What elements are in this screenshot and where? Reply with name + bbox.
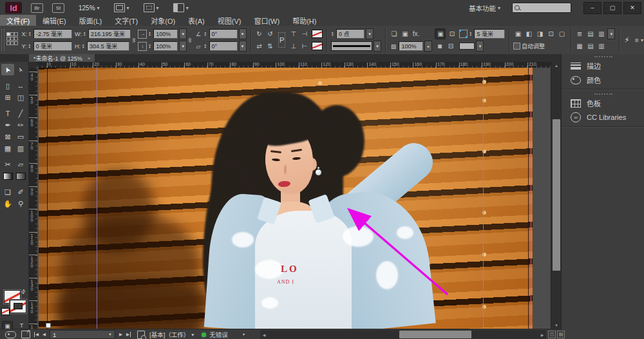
quick-apply-button[interactable]: ⚡ bbox=[622, 35, 632, 45]
align-bottom-button[interactable]: ⊥ bbox=[289, 41, 298, 51]
vertical-scroll-thumb[interactable] bbox=[553, 119, 560, 271]
gap-tool[interactable]: ↔ bbox=[14, 80, 27, 92]
x-input[interactable]: -2.75 毫米 bbox=[33, 29, 72, 39]
scissors-tool[interactable]: ✂ bbox=[1, 159, 14, 170]
doc-status-icon[interactable] bbox=[5, 331, 16, 338]
menu-type[interactable]: 文字(T) bbox=[108, 15, 144, 26]
panel-color[interactable]: 颜色 bbox=[562, 73, 644, 87]
pencil-tool[interactable]: ✏ bbox=[14, 119, 27, 131]
margin-guide-left[interactable] bbox=[97, 68, 97, 329]
minimize-button[interactable]: – bbox=[583, 2, 601, 14]
resize-grip-icon[interactable]: ▨ bbox=[557, 331, 565, 338]
rotation-input[interactable]: 0° bbox=[209, 29, 238, 39]
pasteboard[interactable]: LO AND I bbox=[37, 68, 551, 329]
menu-object[interactable]: 对象(O) bbox=[144, 15, 182, 26]
zoom-level-dropdown[interactable]: 125% bbox=[79, 5, 100, 12]
vertical-ruler[interactable]: 405060708090100110120130140150 bbox=[28, 68, 38, 329]
first-page-button[interactable]: ◀ bbox=[34, 332, 39, 337]
hand-tool[interactable]: ✋ bbox=[1, 198, 14, 209]
x-stepper[interactable] bbox=[28, 32, 32, 37]
scale-y-dropdown[interactable]: ▼ bbox=[179, 41, 187, 52]
rectangle-tool[interactable]: ▭ bbox=[14, 131, 27, 142]
fit-content-proportionally-button[interactable]: ◧ bbox=[524, 29, 534, 39]
wrap-shape-button[interactable]: ⊡ bbox=[447, 29, 457, 39]
line-tool[interactable]: ╱ bbox=[14, 108, 27, 119]
mask-button[interactable]: ◙ bbox=[435, 41, 444, 51]
auto-fit-checkbox[interactable] bbox=[513, 43, 520, 50]
search-box[interactable] bbox=[512, 3, 571, 13]
content-placer-tool[interactable]: ◫ bbox=[14, 92, 27, 103]
default-fill-stroke-icon[interactable] bbox=[1, 308, 10, 315]
gradient-swatch-tool[interactable] bbox=[1, 170, 14, 182]
menu-layout[interactable]: 版面(L) bbox=[73, 15, 108, 26]
document-tab[interactable]: *未命名-1 @ 125% × bbox=[29, 54, 95, 62]
shear-input[interactable]: 0° bbox=[209, 41, 238, 51]
vertical-grid-tool[interactable]: ▥ bbox=[14, 142, 27, 154]
share-icon[interactable] bbox=[21, 331, 30, 338]
scale-x-stepper[interactable] bbox=[148, 32, 152, 37]
dock-group-grip[interactable] bbox=[562, 54, 644, 59]
menu-edit[interactable]: 编辑(E) bbox=[36, 15, 73, 26]
page-tool[interactable]: ▯ bbox=[1, 80, 14, 92]
last-page-button[interactable]: ▶ bbox=[126, 332, 131, 337]
screen-mode-dropdown[interactable] bbox=[144, 3, 159, 12]
scroll-right-icon[interactable]: ▶ bbox=[538, 333, 546, 337]
frame-button[interactable]: ⊟ bbox=[446, 41, 455, 51]
eyedropper-tool[interactable]: ✐ bbox=[14, 186, 27, 198]
menu-window[interactable]: 窗口(W) bbox=[247, 15, 286, 26]
select-container-button[interactable]: P bbox=[278, 32, 285, 48]
rectangle-frame-tool[interactable]: ⊠ bbox=[1, 131, 14, 142]
panel-swatches[interactable]: 色板 bbox=[562, 96, 644, 110]
stroke-weight-stepper[interactable] bbox=[331, 32, 335, 37]
fit-frame-to-content-button[interactable]: ⊡ bbox=[546, 29, 556, 39]
opacity-input[interactable]: 100% bbox=[399, 41, 423, 51]
previous-page-button[interactable]: ◀ bbox=[43, 332, 46, 337]
flip-vertical-button[interactable]: ⇅ bbox=[265, 41, 275, 51]
gradient-feather-tool[interactable] bbox=[14, 170, 27, 182]
stroke-swatch[interactable] bbox=[10, 300, 26, 313]
view-options-dropdown[interactable] bbox=[114, 3, 129, 12]
constrain-dimensions-icon[interactable]: ∞ bbox=[131, 37, 138, 42]
preflight-menu-caret-icon[interactable]: ▼ bbox=[242, 333, 245, 336]
align-top-button[interactable]: ⊤ bbox=[289, 29, 298, 39]
opacity-dropdown[interactable]: ▸ bbox=[424, 41, 432, 52]
wrap-none-button[interactable]: ▣ bbox=[435, 28, 446, 39]
placed-photo[interactable]: LO AND I bbox=[39, 68, 533, 329]
shear-dropdown[interactable]: ▼ bbox=[239, 41, 247, 52]
free-transform-tool[interactable]: ▱ bbox=[14, 159, 27, 170]
pen-tool[interactable]: ✒ bbox=[1, 119, 14, 131]
scale-y-stepper[interactable] bbox=[148, 44, 152, 49]
scroll-down-icon[interactable]: ▼ bbox=[551, 322, 562, 329]
panel-grip[interactable] bbox=[1, 29, 5, 51]
y-input[interactable]: 0 毫米 bbox=[33, 41, 72, 51]
menu-table[interactable]: 表(A) bbox=[182, 15, 211, 26]
constrain-scale-icon[interactable]: ∞ bbox=[187, 37, 194, 42]
type-tool[interactable]: T bbox=[1, 108, 14, 119]
text-wrap-dropdown[interactable]: ▼ bbox=[607, 28, 615, 39]
stroke-weight-dropdown[interactable]: ▼ bbox=[366, 28, 374, 39]
arrange-documents-dropdown[interactable] bbox=[173, 3, 189, 12]
scale-x-dropdown[interactable]: ▼ bbox=[179, 28, 187, 39]
content-collector-tool[interactable]: ⊞ bbox=[1, 92, 14, 103]
shear-stepper[interactable] bbox=[204, 44, 208, 49]
distribute-h-button[interactable]: ⊣ bbox=[299, 29, 309, 39]
corner-shape-dropdown[interactable]: ▼ bbox=[476, 41, 484, 52]
anchor-inline-button[interactable]: ▤ bbox=[585, 41, 595, 51]
h-stepper[interactable] bbox=[82, 44, 86, 49]
bridge-button[interactable]: Br bbox=[31, 3, 43, 13]
page-number-dropdown[interactable]: 1 ▼ bbox=[50, 330, 115, 339]
menu-view[interactable]: 视图(V) bbox=[211, 15, 248, 26]
corner-options-icon[interactable]: ❏ bbox=[389, 29, 399, 39]
corner-size-stepper[interactable] bbox=[469, 32, 473, 37]
rotate-90-ccw-button[interactable]: ↺ bbox=[265, 29, 275, 39]
dock-group-grip[interactable] bbox=[562, 92, 644, 96]
text-wrap-bounding-button[interactable]: ▤ bbox=[585, 29, 595, 39]
search-input[interactable] bbox=[520, 4, 561, 12]
distribute-v-button[interactable]: ⊢ bbox=[299, 41, 309, 51]
scale-y-input[interactable]: 100% bbox=[153, 41, 178, 51]
next-page-button[interactable]: ▶ bbox=[119, 332, 122, 337]
center-content-button[interactable]: ▢ bbox=[557, 29, 567, 39]
menu-file[interactable]: 文件(F) bbox=[0, 15, 36, 26]
stroke-style-dropdown[interactable]: ▼ bbox=[374, 41, 381, 52]
control-panel-menu-button[interactable]: ≡ bbox=[634, 35, 644, 45]
